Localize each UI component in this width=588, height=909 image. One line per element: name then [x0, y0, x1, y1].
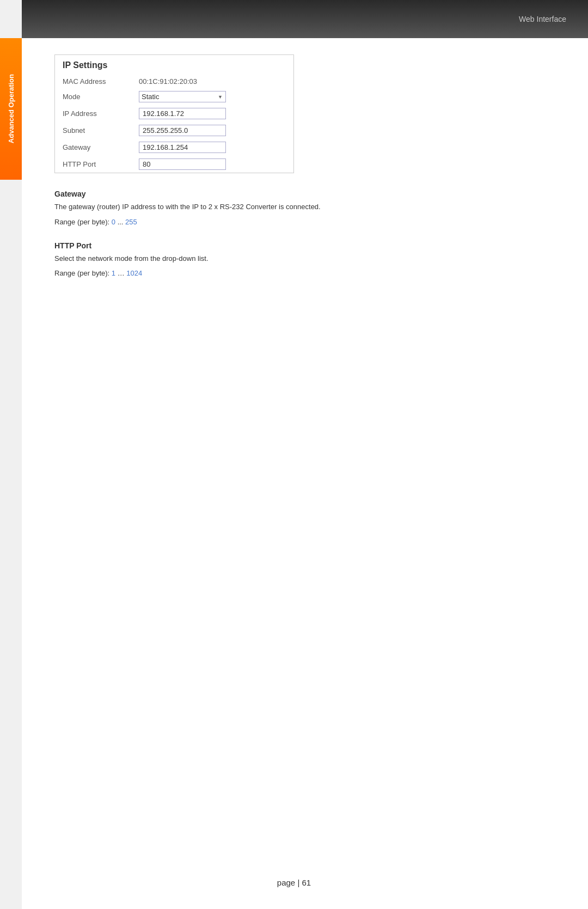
mode-select-cell: Static DHCP	[131, 88, 293, 105]
table-row: IP Address	[55, 105, 293, 122]
gateway-range-end[interactable]: 255	[125, 218, 137, 226]
header-title: Web Interface	[519, 15, 566, 23]
gateway-section: Gateway The gateway (router) IP address …	[54, 190, 555, 226]
gateway-input[interactable]	[139, 142, 226, 153]
field-label: Gateway	[55, 139, 131, 156]
gateway-description: The gateway (router) IP address to with …	[54, 202, 555, 212]
table-row: MAC Address 00:1C:91:02:20:03	[55, 75, 293, 88]
sidebar-label: Advanced Operation	[7, 74, 15, 143]
http-port-section: HTTP Port Select the network mode from t…	[54, 241, 555, 278]
field-label: MAC Address	[55, 75, 131, 88]
ip-address-input[interactable]	[139, 108, 226, 119]
http-port-heading: HTTP Port	[54, 241, 555, 250]
field-label: Subnet	[55, 122, 131, 139]
table-row: Mode Static DHCP	[55, 88, 293, 105]
main-content: IP Settings MAC Address 00:1C:91:02:20:0…	[22, 38, 588, 325]
http-port-cell	[131, 156, 293, 173]
ip-settings-box: IP Settings MAC Address 00:1C:91:02:20:0…	[54, 54, 294, 173]
header-bar: Web Interface	[0, 0, 588, 38]
field-label: HTTP Port	[55, 156, 131, 173]
http-port-description: Select the network mode from the drop-do…	[54, 253, 555, 264]
http-port-range-start[interactable]: 1	[112, 269, 115, 277]
http-port-range-prefix: Range (per byte):	[54, 269, 112, 277]
table-row: Gateway	[55, 139, 293, 156]
gateway-range-prefix: Range (per byte):	[54, 218, 112, 226]
gateway-range: Range (per byte): 0 ... 255	[54, 218, 555, 226]
gateway-cell	[131, 139, 293, 156]
http-port-range: Range (per byte): 1 … 1024	[54, 269, 555, 277]
table-row: Subnet	[55, 122, 293, 139]
ip-settings-title: IP Settings	[55, 55, 293, 75]
subnet-input[interactable]	[139, 125, 226, 136]
gateway-range-start[interactable]: 0	[112, 218, 115, 226]
page-number: page | 61	[277, 878, 311, 887]
gateway-heading: Gateway	[54, 190, 555, 198]
sidebar: Advanced Operation	[0, 0, 22, 909]
mode-select-wrapper[interactable]: Static DHCP	[139, 91, 226, 102]
gateway-range-sep: ...	[115, 218, 125, 226]
table-row: HTTP Port	[55, 156, 293, 173]
subnet-cell	[131, 122, 293, 139]
ip-address-cell	[131, 105, 293, 122]
sidebar-orange-section: Advanced Operation	[0, 38, 22, 180]
mac-address-value: 00:1C:91:02:20:03	[131, 75, 293, 88]
field-label: Mode	[55, 88, 131, 105]
http-port-range-sep: …	[115, 269, 126, 277]
ip-settings-table: MAC Address 00:1C:91:02:20:03 Mode Stati…	[55, 75, 293, 173]
field-label: IP Address	[55, 105, 131, 122]
mode-select[interactable]: Static DHCP	[139, 91, 226, 102]
page-footer: page | 61	[0, 878, 588, 887]
http-port-input[interactable]	[139, 158, 226, 170]
http-port-range-end[interactable]: 1024	[126, 269, 142, 277]
